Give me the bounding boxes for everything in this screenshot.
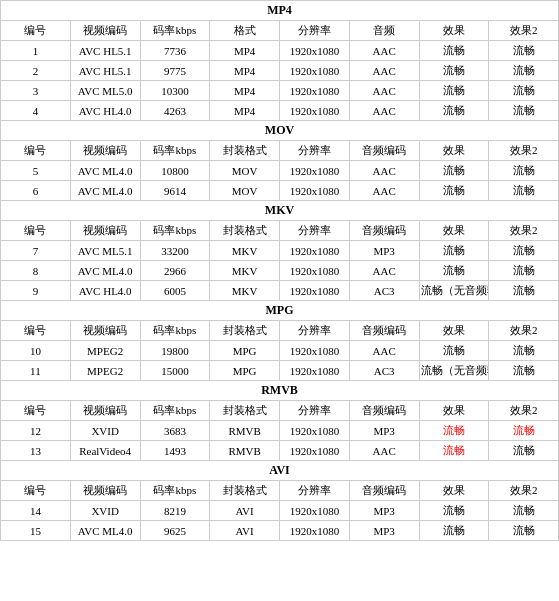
cell-0: 12 <box>1 421 71 441</box>
cell-2: 9625 <box>140 521 210 541</box>
cell-7: 流畅 <box>489 41 559 61</box>
cell-7: 流畅 <box>489 501 559 521</box>
cell-1: AVC HL5.1 <box>70 41 140 61</box>
table-row: 2AVC HL5.19775MP41920x1080AAC流畅流畅 <box>1 61 559 81</box>
col-header-2: 码率kbps <box>140 321 210 341</box>
cell-0: 5 <box>1 161 71 181</box>
cell-3: MP4 <box>210 41 280 61</box>
cell-0: 6 <box>1 181 71 201</box>
col-header-7: 效果2 <box>489 21 559 41</box>
col-header-6: 效果 <box>419 141 489 161</box>
cell-6: 流畅 <box>419 181 489 201</box>
col-header-2: 码率kbps <box>140 221 210 241</box>
cell-6: 流畅（无音频输出） <box>419 361 489 381</box>
cell-6: 流畅 <box>419 81 489 101</box>
cell-7: 流畅 <box>489 61 559 81</box>
cell-5: AAC <box>349 41 419 61</box>
cell-0: 9 <box>1 281 71 301</box>
table-row: 8AVC ML4.02966MKV1920x1080AAC流畅流畅 <box>1 261 559 281</box>
cell-2: 7736 <box>140 41 210 61</box>
col-header-5: 音频 <box>349 21 419 41</box>
cell-4: 1920x1080 <box>280 181 350 201</box>
col-header-5: 音频编码 <box>349 401 419 421</box>
col-header-1: 视频编码 <box>70 401 140 421</box>
cell-1: AVC ML5.1 <box>70 241 140 261</box>
cell-5: AAC <box>349 101 419 121</box>
col-header-1: 视频编码 <box>70 481 140 501</box>
cell-3: MKV <box>210 241 280 261</box>
cell-3: MPG <box>210 341 280 361</box>
section-header-mpg: MPG <box>1 301 559 321</box>
cell-7: 流畅 <box>489 81 559 101</box>
cell-2: 19800 <box>140 341 210 361</box>
cell-5: MP3 <box>349 521 419 541</box>
cell-3: MPG <box>210 361 280 381</box>
cell-7: 流畅 <box>489 241 559 261</box>
cell-5: AAC <box>349 441 419 461</box>
col-header-5: 音频编码 <box>349 481 419 501</box>
cell-0: 15 <box>1 521 71 541</box>
cell-6: 流畅 <box>419 261 489 281</box>
cell-4: 1920x1080 <box>280 341 350 361</box>
cell-1: AVC ML5.0 <box>70 81 140 101</box>
cell-5: MP3 <box>349 241 419 261</box>
table-row: 3AVC ML5.010300MP41920x1080AAC流畅流畅 <box>1 81 559 101</box>
cell-2: 4263 <box>140 101 210 121</box>
cell-6: 流畅 <box>419 441 489 461</box>
col-header-6: 效果 <box>419 321 489 341</box>
col-header-3: 封装格式 <box>210 401 280 421</box>
table-row: 10MPEG219800MPG1920x1080AAC流畅流畅 <box>1 341 559 361</box>
cell-2: 6005 <box>140 281 210 301</box>
section-title: MOV <box>1 121 559 141</box>
cell-5: AC3 <box>349 361 419 381</box>
cell-2: 15000 <box>140 361 210 381</box>
table-row: 5AVC ML4.010800MOV1920x1080AAC流畅流畅 <box>1 161 559 181</box>
cell-1: AVC HL5.1 <box>70 61 140 81</box>
col-header-4: 分辨率 <box>280 481 350 501</box>
table-row: 4AVC HL4.04263MP41920x1080AAC流畅流畅 <box>1 101 559 121</box>
cell-0: 1 <box>1 41 71 61</box>
cell-4: 1920x1080 <box>280 61 350 81</box>
cell-7: 流畅 <box>489 421 559 441</box>
cell-6: 流畅 <box>419 101 489 121</box>
col-header-5: 音频编码 <box>349 321 419 341</box>
cell-4: 1920x1080 <box>280 161 350 181</box>
cell-6: 流畅（无音频输出） <box>419 281 489 301</box>
cell-5: AAC <box>349 161 419 181</box>
cell-7: 流畅 <box>489 341 559 361</box>
cell-3: MP4 <box>210 81 280 101</box>
cell-4: 1920x1080 <box>280 81 350 101</box>
cell-1: AVC ML4.0 <box>70 521 140 541</box>
col-header-7: 效果2 <box>489 221 559 241</box>
table-row: 13RealVideo41493RMVB1920x1080AAC流畅流畅 <box>1 441 559 461</box>
column-headers: 编号视频编码码率kbps封装格式分辨率音频编码效果效果2 <box>1 321 559 341</box>
col-header-3: 封装格式 <box>210 481 280 501</box>
cell-5: AC3 <box>349 281 419 301</box>
col-header-2: 码率kbps <box>140 21 210 41</box>
col-header-4: 分辨率 <box>280 401 350 421</box>
table-row: 15AVC ML4.09625AVI1920x1080MP3流畅流畅 <box>1 521 559 541</box>
col-header-4: 分辨率 <box>280 141 350 161</box>
cell-3: RMVB <box>210 441 280 461</box>
cell-7: 流畅 <box>489 261 559 281</box>
cell-4: 1920x1080 <box>280 361 350 381</box>
cell-0: 8 <box>1 261 71 281</box>
section-header-mp4: MP4 <box>1 1 559 21</box>
cell-0: 13 <box>1 441 71 461</box>
cell-4: 1920x1080 <box>280 261 350 281</box>
cell-7: 流畅 <box>489 441 559 461</box>
col-header-5: 音频编码 <box>349 141 419 161</box>
col-header-4: 分辨率 <box>280 21 350 41</box>
cell-4: 1920x1080 <box>280 41 350 61</box>
col-header-3: 封装格式 <box>210 321 280 341</box>
col-header-0: 编号 <box>1 141 71 161</box>
col-header-1: 视频编码 <box>70 221 140 241</box>
cell-2: 3683 <box>140 421 210 441</box>
col-header-0: 编号 <box>1 321 71 341</box>
col-header-0: 编号 <box>1 21 71 41</box>
cell-3: AVI <box>210 521 280 541</box>
cell-2: 10800 <box>140 161 210 181</box>
cell-1: MPEG2 <box>70 361 140 381</box>
cell-7: 流畅 <box>489 181 559 201</box>
col-header-6: 效果 <box>419 481 489 501</box>
